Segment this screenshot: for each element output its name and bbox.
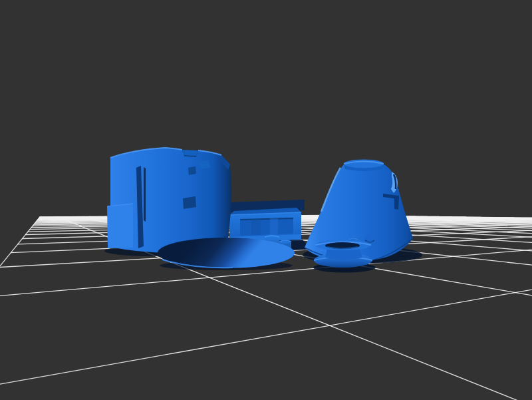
tray-recess-stripe: [251, 219, 261, 235]
cylinder-small-mark: [188, 166, 196, 175]
scene-canvas[interactable]: [0, 0, 532, 400]
cone-cap-top: [344, 160, 384, 168]
viewport-background: [0, 0, 532, 400]
side-tab: [107, 204, 133, 248]
cylinder-rim-notch-edge: [184, 156, 196, 156]
tray-recess-stripe: [270, 218, 278, 234]
viewport-3d[interactable]: [0, 0, 532, 400]
peg-1-top: [265, 234, 279, 239]
cylinder-cutout-hole: [183, 196, 196, 209]
flanged-ring: [313, 240, 376, 273]
cone-t-mark-stem: [394, 197, 399, 210]
dome-disc: [158, 238, 295, 270]
cylinder-facet-mark: [199, 160, 210, 169]
tray-recess: [240, 218, 293, 236]
cylinder-groove-thin: [144, 167, 146, 222]
